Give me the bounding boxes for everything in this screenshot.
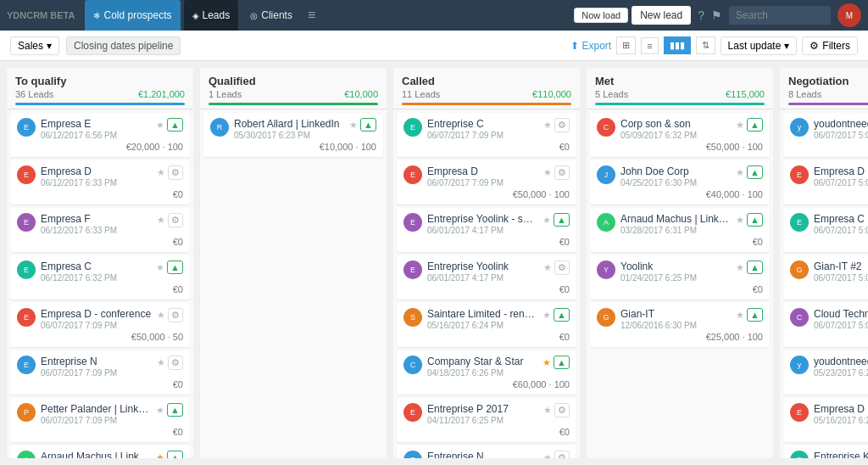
action-icon[interactable]: ⚙ [554,165,570,180]
star-icon[interactable]: ★ [542,215,551,226]
table-row[interactable]: E Empresa C 06/12/2017 6:32 PM ★ ▲ €0 [10,255,190,300]
table-row[interactable]: E Empresa F 06/12/2017 6:33 PM ★ ⚙ €0 [10,208,190,252]
card-amount: €0 [790,427,868,437]
star-icon[interactable]: ★ [157,310,165,321]
action-icon[interactable]: ▲ [360,118,376,132]
table-row[interactable]: E Entreprise N 06/07/2017 7:09 PM ★ ⚙ €0 [10,350,190,395]
table-row[interactable]: E Empresa C 06/07/2017 5:06 PM ★ ▲ €0 [783,208,868,252]
table-row[interactable]: E Entreprise P 2017 04/11/2017 6:25 PM ★… [397,398,576,442]
table-row[interactable]: E Entreprise Yoolink - sémin... 06/01/20… [397,208,576,252]
card-name: Petter Palander | LinkedIn [41,403,151,415]
table-row[interactable]: C Corp son & son 05/09/2017 6:32 PM ★ ▲ … [590,113,770,157]
star-icon[interactable]: ★ [156,120,164,131]
table-row[interactable]: S Saintare Limited - renouve... 05/16/20… [397,303,576,347]
view-grid-button[interactable]: ⊞ [616,36,636,54]
table-row[interactable]: G Gian-IT #2 06/07/2017 5:06 PM ★ ⚙ €0 [783,255,868,300]
table-row[interactable]: E Empresa D 06/07/2017 7:09 PM ★ ⚙ €50,0… [397,160,576,204]
view-sort-button[interactable]: ⇅ [696,36,715,54]
action-icon[interactable]: ▲ [747,308,763,322]
table-row[interactable]: G Gian-IT 12/06/2016 6:30 PM ★ ▲ €25,000… [590,303,770,347]
view-list-button[interactable]: ≡ [641,37,658,54]
closing-dates-button[interactable]: Closing dates pipeline [66,36,181,55]
table-row[interactable]: C Company Star & Star 04/18/2017 6:26 PM… [397,350,576,395]
star-icon[interactable]: ★ [157,357,165,368]
star-icon[interactable]: ★ [349,120,358,131]
table-row[interactable]: E Entreprise N 03/28/2017 6:33 PM ★ ⚙ €0 [397,445,576,458]
help-icon[interactable]: ? [698,8,704,22]
star-icon[interactable]: ★ [543,167,552,178]
action-icon[interactable]: ▲ [747,213,763,227]
kanban-col-0: To qualify 36 Leads €1,201,000 E Empresa… [7,68,193,458]
table-row[interactable]: R Robert Allard | LinkedIn 05/30/2017 6:… [203,113,383,157]
action-icon[interactable]: ⚙ [168,356,183,370]
table-row[interactable]: E Entreprise K 05/16/2017 5:37 PM ★ ▲ €0 [783,445,868,458]
more-menu-icon[interactable]: ≡ [304,8,319,23]
action-icon[interactable]: ⚙ [554,403,570,417]
table-row[interactable]: C Cloud Technology 06/07/2017 5:06 PM ★ … [783,303,868,347]
avatar[interactable]: M [837,3,861,27]
table-row[interactable]: A Arnaud Machus | LinkedIn 03/28/2017 6:… [590,208,770,252]
avatar: E [17,308,36,327]
action-icon[interactable]: ▲ [747,261,763,274]
star-icon[interactable]: ★ [736,120,744,131]
bookmark-icon[interactable]: ⚑ [711,8,722,22]
table-row[interactable]: P Petter Palander | LinkedIn 06/07/2017 … [10,398,190,442]
last-update-button[interactable]: Last update ▾ [721,36,798,55]
star-icon[interactable]: ★ [543,262,552,273]
star-icon[interactable]: ★ [542,357,551,368]
table-row[interactable]: J John Doe Corp 04/25/2017 6:30 PM ★ ▲ €… [590,160,770,204]
star-icon[interactable]: ★ [157,215,165,226]
table-row[interactable]: E Empresa D 06/12/2017 6:33 PM ★ ⚙ €0 [10,160,190,204]
table-row[interactable]: E Empresa D - conference 06/07/2017 7:09… [10,303,190,347]
card-top: E Empresa C 06/07/2017 5:06 PM ★ ▲ [790,213,868,235]
star-icon[interactable]: ★ [156,452,164,459]
table-row[interactable]: E Empresa D 05/16/2017 6:26 PM ★ ▲ €0 [783,398,868,442]
action-icon[interactable]: ▲ [167,451,183,458]
table-row[interactable]: y youdontneedacrm 05/23/2017 6:24 PM ★ ▲… [783,350,868,395]
action-icon[interactable]: ▲ [747,118,763,132]
action-icon[interactable]: ▲ [167,261,183,274]
tab-cold-prospects[interactable]: ❄ Cold prospects [85,0,180,31]
tab-leads[interactable]: ◈ Leads [184,0,239,31]
table-row[interactable]: E Entreprise C 06/07/2017 7:09 PM ★ ⚙ €0 [397,113,576,157]
search-input[interactable] [729,6,831,25]
action-icon[interactable]: ⚙ [168,165,183,180]
table-row[interactable]: y youdontneedacrm 06/07/2017 5:06 PM ★ ▲… [783,113,868,157]
star-icon[interactable]: ★ [736,262,744,273]
tab-clients[interactable]: ◎ Clients [242,0,301,31]
action-icon[interactable]: ⚙ [554,451,570,458]
star-icon[interactable]: ★ [156,262,164,273]
star-icon[interactable]: ★ [543,405,552,416]
action-icon[interactable]: ⚙ [554,261,570,275]
action-icon[interactable]: ▲ [554,356,570,369]
view-kanban-button[interactable]: ▮▮▮ [664,36,691,54]
star-icon[interactable]: ★ [736,215,744,226]
table-row[interactable]: E Empresa E 06/12/2017 6:56 PM ★ ▲ €20,0… [10,113,190,157]
star-icon[interactable]: ★ [157,167,165,178]
action-icon[interactable]: ▲ [167,403,183,417]
star-icon[interactable]: ★ [736,310,744,321]
star-icon[interactable]: ★ [543,120,552,131]
action-icon[interactable]: ▲ [167,118,183,132]
action-icon[interactable]: ⚙ [554,118,570,132]
now-load-button[interactable]: Now load [574,8,628,23]
action-icon[interactable]: ▲ [554,213,570,227]
star-icon[interactable]: ★ [542,310,551,321]
table-row[interactable]: A Arnaud Machus | LinkedIn 06/07/2017 7:… [10,445,190,458]
star-icon[interactable]: ★ [736,167,744,178]
star-icon[interactable]: ★ [543,452,552,458]
new-lead-button[interactable]: New lead [632,6,691,25]
action-icon[interactable]: ▲ [747,165,763,179]
action-icon[interactable]: ⚙ [168,308,183,322]
table-row[interactable]: Y Yoolink 01/24/2017 6:25 PM ★ ▲ €0 [590,255,770,300]
export-button[interactable]: ⬆ Export [570,40,612,52]
filters-button[interactable]: ⚙ Filters [802,36,858,55]
card-amount: €0 [790,237,868,247]
sales-button[interactable]: Sales ▾ [10,36,59,55]
star-icon[interactable]: ★ [156,405,164,416]
filter-icon: ⚙ [810,40,819,52]
action-icon[interactable]: ▲ [554,308,570,322]
table-row[interactable]: E Entreprise Yoolink 06/01/2017 4:17 PM … [397,255,576,300]
table-row[interactable]: E Empresa D 06/07/2017 5:06 PM ★ ▲ €0 [783,160,868,204]
action-icon[interactable]: ⚙ [168,213,183,227]
